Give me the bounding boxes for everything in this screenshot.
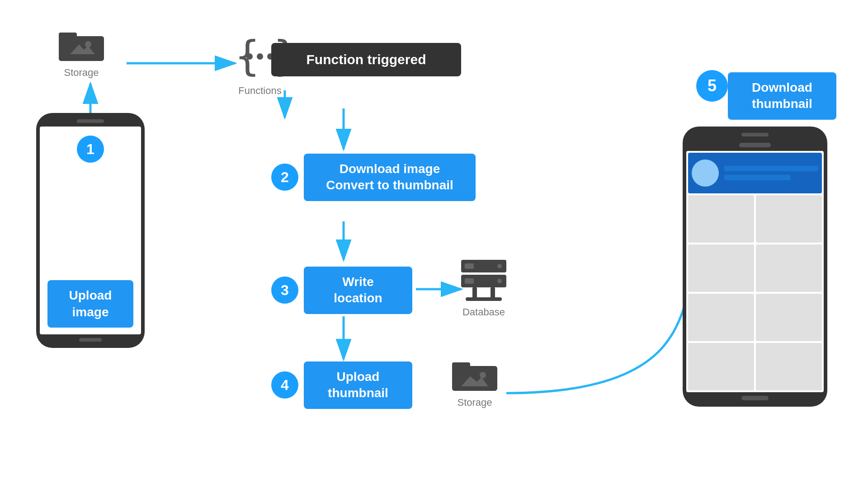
step2-action-box: Download imageConvert to thumbnail	[304, 154, 476, 201]
svg-rect-23	[465, 263, 474, 269]
storage-right-bottom: Storage	[452, 357, 497, 408]
diagram-container: Storage { } Functions Function triggered…	[0, 0, 868, 488]
step5-action-box: Downloadthumbnail	[728, 72, 836, 120]
svg-rect-28	[491, 287, 495, 298]
phone-right	[683, 127, 827, 407]
svg-rect-27	[472, 287, 477, 298]
phone-right-bottom	[741, 396, 769, 400]
svg-point-34	[480, 372, 486, 378]
phone-right-top-row	[688, 153, 822, 193]
step4-group: 4 Uploadthumbnail	[271, 361, 412, 409]
database-label: Database	[462, 306, 505, 318]
step2-group: 2 Download imageConvert to thumbnail	[271, 154, 476, 201]
svg-rect-29	[466, 297, 502, 301]
step3-action-box: Writelocation	[304, 267, 412, 314]
step4-badge: 4	[271, 371, 298, 399]
step2-label: Download imageConvert to thumbnail	[326, 162, 453, 192]
svg-point-18	[246, 53, 253, 60]
step3-badge: 3	[271, 277, 298, 304]
svg-point-15	[85, 41, 91, 47]
svg-point-19	[257, 53, 263, 60]
phone-right-grid	[688, 195, 822, 390]
svg-rect-32	[452, 366, 497, 391]
folder-icon-right-bottom	[452, 357, 497, 393]
functions-label: Functions	[238, 85, 281, 97]
phone-left: 1 Uploadimage	[36, 113, 145, 348]
database-group: Database	[457, 258, 511, 318]
step3-label: Writelocation	[334, 275, 382, 305]
step5-label: Downloadthumbnail	[752, 80, 812, 111]
step3-group: 3 Writelocation	[271, 267, 412, 314]
function-triggered-label: Function triggered	[307, 52, 426, 67]
storage-left-label: Storage	[64, 67, 99, 79]
svg-rect-24	[465, 278, 474, 284]
step4-action-box: Uploadthumbnail	[304, 361, 412, 409]
phone-left-screen: 1 Uploadimage	[40, 127, 141, 334]
storage-right-bottom-label: Storage	[457, 397, 492, 408]
folder-icon-left	[59, 27, 104, 63]
phone-left-bottom	[79, 338, 102, 342]
svg-point-25	[497, 264, 502, 268]
storage-left: Storage	[59, 27, 104, 79]
phone-right-avatar	[692, 160, 719, 187]
database-icon	[457, 258, 511, 303]
step1-action-box: Uploadimage	[47, 280, 133, 328]
step5-badge: 5	[696, 70, 728, 102]
step4-label: Uploadthumbnail	[328, 370, 388, 400]
function-triggered-box: Function triggered	[271, 43, 461, 76]
step2-badge: 2	[271, 164, 298, 191]
step1-badge: 1	[77, 136, 104, 163]
step1-label: Uploadimage	[69, 288, 112, 319]
svg-point-26	[497, 279, 502, 283]
